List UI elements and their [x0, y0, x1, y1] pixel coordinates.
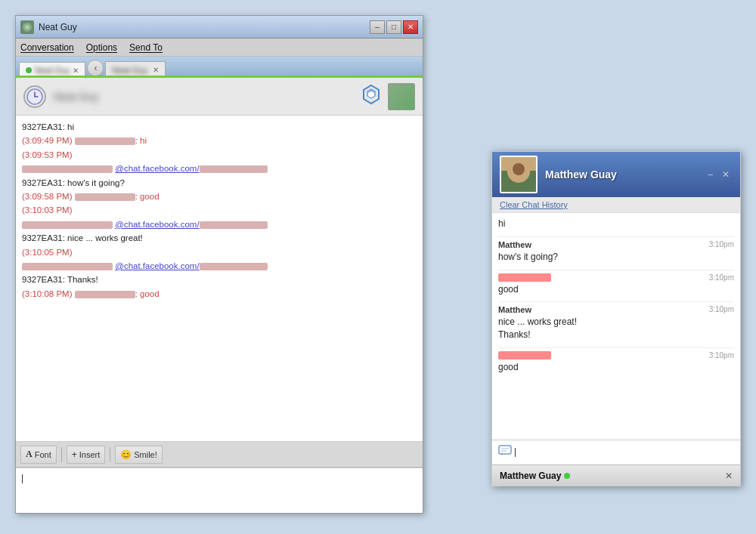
- message-line: @chat.facebook.com/: [22, 259, 417, 273]
- fb-taskbar-close-button[interactable]: ✕: [725, 471, 733, 481]
- insert-icon: +: [72, 449, 77, 460]
- fb-message-time: 3:10pm: [709, 305, 734, 314]
- fb-message-group: hi: [498, 218, 734, 230]
- facebook-chat-window: Matthew Guay – ✕ Clear Chat History hi M…: [491, 151, 741, 486]
- tab-label: Neat Guy: [35, 66, 70, 75]
- fb-message-text: good: [498, 283, 734, 296]
- chat-messages-area[interactable]: 9327EA31: hi (3:09:49 PM) : hi (3:09:53 …: [16, 116, 423, 442]
- message-separator: [498, 347, 734, 348]
- fb-input-area[interactable]: [492, 440, 740, 465]
- font-button[interactable]: A Font: [20, 446, 57, 464]
- fb-messages-area[interactable]: hi Matthew 3:10pm how's it going? 3:10pm…: [492, 213, 740, 440]
- message-line: (3:10:03 PM): [22, 203, 417, 217]
- message-line: @chat.facebook.com/: [22, 162, 417, 175]
- svg-rect-8: [499, 446, 511, 454]
- fb-message-meta: 3:10pm: [498, 273, 734, 282]
- insert-label: Insert: [79, 450, 101, 459]
- fb-sender-name: Matthew: [498, 240, 531, 249]
- fb-message-group: Matthew 3:10pm how's it going?: [498, 240, 734, 264]
- fb-message-text-2: Thanks!: [498, 329, 734, 341]
- message-line: (3:10:05 PM): [22, 245, 417, 259]
- fb-message-text: nice ... works great!: [498, 316, 734, 329]
- fb-header-controls: – ✕: [705, 168, 733, 181]
- fb-message-text: good: [498, 361, 734, 374]
- message-line: 9327EA31: Thanks!: [22, 273, 417, 286]
- toolbar-divider: [61, 447, 62, 462]
- font-icon: A: [26, 449, 33, 460]
- fb-message-group: 3:10pm good: [498, 273, 734, 296]
- chat-header: Neat Guy: [16, 78, 423, 116]
- window-controls: – □ ✕: [370, 20, 418, 34]
- fb-message-meta: Matthew 3:10pm: [498, 305, 734, 314]
- fb-online-status-dot: [564, 473, 570, 479]
- close-button[interactable]: ✕: [403, 20, 418, 34]
- minimize-button[interactable]: –: [370, 20, 385, 34]
- message-separator: [498, 270, 734, 270]
- tab-inactive-close-icon[interactable]: ✕: [153, 66, 159, 74]
- chat-link: @chat.facebook.com/: [115, 220, 267, 229]
- fb-message-time: 3:10pm: [709, 240, 734, 249]
- menu-options[interactable]: Options: [86, 42, 117, 53]
- clear-chat-history-link[interactable]: Clear Chat History: [492, 197, 740, 213]
- smile-label: Smile!: [134, 450, 157, 459]
- status-clock-icon: [23, 85, 46, 108]
- title-bar: Neat Guy – □ ✕: [16, 16, 423, 39]
- insert-button[interactable]: + Insert: [67, 446, 106, 464]
- fb-message-group: Matthew 3:10pm nice ... works great! Tha…: [498, 305, 734, 341]
- trillian-logo-icon: [361, 84, 382, 109]
- fb-text-cursor: [515, 448, 516, 457]
- chat-header-right: [361, 83, 415, 110]
- message-line: 9327EA31: nice ... works great!: [22, 231, 417, 245]
- app-icon: [20, 20, 34, 34]
- menu-send-to[interactable]: Send To: [129, 42, 163, 53]
- smile-button[interactable]: 😊 Smile!: [115, 446, 163, 464]
- message-line: 9327EA31: hi: [22, 120, 417, 134]
- left-chat-window: Neat Guy – □ ✕ Conversation Options Send…: [15, 15, 423, 514]
- redacted-id: [200, 221, 268, 229]
- fb-message-time: 3:10pm: [709, 273, 734, 282]
- chat-link: @chat.facebook.com/: [115, 164, 267, 173]
- menu-conversation[interactable]: Conversation: [20, 42, 74, 53]
- fb-minimize-button[interactable]: –: [705, 168, 716, 181]
- message-line: (3:09:53 PM): [22, 148, 417, 162]
- tab-bar: Neat Guy ✕ ‹ Neat Guy ✕: [16, 57, 423, 78]
- fb-message-text: hi: [498, 218, 734, 230]
- chat-contact-name: Neat Guy: [54, 91, 353, 103]
- fb-contact-name: Matthew Guay: [545, 168, 697, 181]
- fb-contact-avatar: [500, 156, 538, 193]
- redacted-username: [75, 291, 135, 298]
- window-title: Neat Guy: [39, 22, 77, 32]
- fb-taskbar: Matthew Guay ✕: [492, 465, 740, 486]
- message-line: 9327EA31: how's it going?: [22, 176, 417, 190]
- tab-close-icon[interactable]: ✕: [73, 66, 79, 75]
- redacted-username: [22, 263, 113, 270]
- fb-message-group: 3:10pm good: [498, 351, 734, 374]
- message-input-area[interactable]: [16, 468, 423, 513]
- menu-bar: Conversation Options Send To: [16, 39, 423, 57]
- maximize-button[interactable]: □: [386, 20, 401, 34]
- message-line: @chat.facebook.com/: [22, 218, 417, 231]
- fb-message-meta: Matthew 3:10pm: [498, 240, 734, 249]
- redacted-username: [75, 137, 135, 145]
- redacted-id: [200, 263, 268, 270]
- message-separator: [498, 236, 734, 237]
- smile-icon: 😊: [120, 449, 132, 460]
- message-line: (3:09:49 PM) : hi: [22, 134, 417, 147]
- title-bar-left: Neat Guy: [20, 20, 77, 34]
- fb-close-button[interactable]: ✕: [719, 168, 733, 181]
- fb-message-time: 3:10pm: [709, 351, 734, 360]
- fb-sender-name-redacted: [498, 351, 551, 360]
- font-label: Font: [35, 450, 51, 459]
- message-line: (3:09:58 PM) : good: [22, 190, 417, 203]
- redacted-username: [22, 221, 113, 229]
- tab-inactive-label: Neat Guy: [112, 66, 147, 75]
- fb-header: Matthew Guay – ✕: [492, 152, 740, 197]
- message-line: (3:10:08 PM) : good: [22, 287, 417, 301]
- fb-taskbar-contact: Matthew Guay: [500, 471, 570, 481]
- chat-link: @chat.facebook.com/: [115, 261, 267, 270]
- nav-back-button[interactable]: ‹: [87, 60, 104, 76]
- redacted-username: [22, 165, 113, 173]
- redacted-username: [75, 193, 135, 201]
- contact-avatar: [388, 83, 415, 110]
- fb-chat-input-icon: [498, 445, 512, 460]
